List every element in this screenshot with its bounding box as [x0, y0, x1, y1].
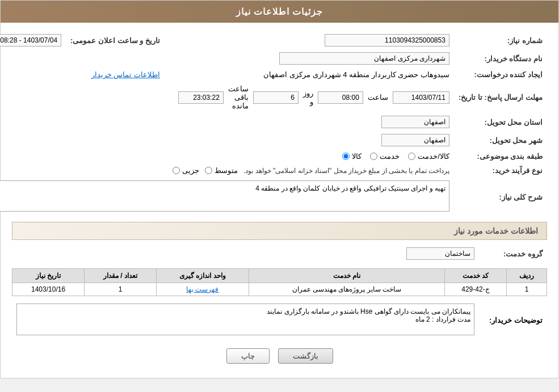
group-input[interactable]: [406, 247, 474, 260]
description-textarea[interactable]: [0, 180, 449, 212]
cell-quantity: 1: [85, 283, 157, 296]
buyer-org-input[interactable]: [279, 52, 449, 65]
process-cell: پرداخت تمام یا بخشی از مبلغ خریداز محل "…: [0, 163, 454, 178]
unit-link[interactable]: فهرست بها: [186, 285, 218, 293]
notes-label: توضیحات خریدار:: [479, 301, 547, 340]
motavaset-label: متوسط: [215, 166, 238, 175]
notes-table: توضیحات خریدار:: [12, 301, 547, 340]
services-section-title: اطلاعات خدمات مورد نیاز: [12, 222, 547, 240]
cell-code: ج-42-429: [444, 283, 506, 296]
cell-unit: فهرست بها: [157, 283, 249, 296]
col-name: نام خدمت: [249, 269, 444, 283]
col-index: ردیف: [507, 269, 547, 283]
button-row: بازگشت چاپ: [12, 348, 547, 364]
buyer-org-cell: [0, 49, 454, 68]
info-table: شماره نیاز: تاریخ و ساعت اعلان عمومی: نا…: [0, 31, 547, 216]
page-title: جزئیات اطلاعات نیاز: [236, 7, 323, 16]
print-button[interactable]: چاپ: [226, 348, 270, 364]
row-creator: ایجاد کننده درخواست: سیدوهاب حضری کاربرد…: [0, 68, 547, 82]
radio-motavaset-input[interactable]: [205, 167, 212, 174]
creator-value: سیدوهاب حضری کاربردار منطقه 4 شهرداری مر…: [263, 70, 449, 79]
city-label: شهر محل تحویل:: [454, 131, 547, 149]
deadline-label: مهلت ارسال پاسخ: تا تاریخ:: [454, 82, 547, 113]
need-number-label: شماره نیاز:: [454, 31, 547, 49]
process-label: نوع فرآیند خرید:: [454, 163, 547, 178]
row-process: نوع فرآیند خرید: پرداخت تمام یا بخشی از …: [0, 163, 547, 178]
contact-link[interactable]: اطلاعات تماس خریدار: [91, 70, 160, 79]
row-description: شرح کلی نیاز:: [0, 178, 547, 216]
radio-kala-khedmat[interactable]: کالا/خدمت: [408, 152, 449, 161]
row-buyer-org: نام دستگاه خریدار:: [0, 49, 547, 68]
radio-khedmat-input[interactable]: [370, 153, 377, 160]
kala-label: کالا: [352, 152, 362, 161]
service-group-table: گروه خدمت:: [12, 245, 547, 263]
creator-cell: سیدوهاب حضری کاربردار منطقه 4 شهرداری مر…: [165, 68, 454, 82]
page-wrapper: جزئیات اطلاعات نیاز شماره نیاز: تاریخ و …: [0, 0, 559, 378]
row-city: شهر محل تحویل:: [0, 131, 547, 149]
page-header: جزئیات اطلاعات نیاز: [1, 1, 558, 23]
cell-date: 1403/10/16: [12, 283, 85, 296]
group-cell: [12, 245, 479, 263]
services-table-body: 1 ج-42-429 ساخت سایر پروژه‌های مهندسی عم…: [12, 283, 547, 296]
notes-cell: [12, 301, 479, 340]
process-note: پرداخت تمام یا بخشی از مبلغ خریداز محل "…: [243, 167, 449, 175]
deadline-cell: ساعت روز و ساعت باقی مانده: [174, 82, 454, 113]
khedmat-label: خدمت: [380, 152, 400, 161]
radio-motavaset[interactable]: متوسط: [205, 166, 238, 175]
province-cell: [0, 113, 454, 131]
need-number-cell: [174, 31, 454, 49]
cell-index: 1: [507, 283, 547, 296]
category-cell: کالا/خدمت خدمت کالا: [0, 149, 454, 163]
deadline-date-input[interactable]: [393, 91, 449, 104]
province-input[interactable]: [381, 116, 449, 128]
deadline-time-input[interactable]: [318, 91, 363, 104]
cell-name: ساخت سایر پروژه‌های مهندسی عمران: [249, 283, 444, 296]
city-cell: [0, 131, 454, 149]
row-deadline: مهلت ارسال پاسخ: تا تاریخ: ساعت روز و سا…: [0, 82, 547, 113]
col-date: تاریخ نیاز: [12, 269, 85, 283]
announce-date-cell: [0, 31, 66, 49]
radio-kala[interactable]: کالا: [342, 152, 362, 161]
announce-date-label: تاریخ و ساعت اعلان عمومی:: [66, 31, 165, 49]
need-number-input[interactable]: [325, 34, 449, 47]
services-header-row: ردیف کد خدمت نام خدمت واحد اندازه گیری ت…: [12, 269, 547, 283]
row-service-group: گروه خدمت:: [12, 245, 547, 263]
buyer-org-label: نام دستگاه خریدار:: [454, 49, 547, 68]
announce-date-input[interactable]: [0, 34, 61, 47]
remaining-input[interactable]: [178, 91, 224, 104]
days-input[interactable]: [253, 91, 299, 104]
city-input[interactable]: [381, 134, 449, 146]
description-label: شرح کلی نیاز:: [454, 178, 547, 216]
radio-jozi-input[interactable]: [173, 167, 180, 174]
group-label: گروه خدمت:: [479, 245, 547, 263]
services-table: ردیف کد خدمت نام خدمت واحد اندازه گیری ت…: [12, 268, 547, 296]
days-label: روز و: [303, 89, 313, 106]
kala-khedmat-label: کالا/خدمت: [418, 152, 449, 161]
province-label: استان محل تحویل:: [454, 113, 547, 131]
radio-khedmat[interactable]: خدمت: [370, 152, 400, 161]
jozi-label: جزیی: [182, 166, 199, 175]
category-label: طبقه بندی موضوعی:: [454, 149, 547, 163]
radio-jozi[interactable]: جزیی: [173, 166, 199, 175]
col-unit: واحد اندازه گیری: [157, 269, 249, 283]
row-need-number: شماره نیاز: تاریخ و ساعت اعلان عمومی:: [0, 31, 547, 49]
col-quantity: تعداد / مقدار: [85, 269, 157, 283]
back-button[interactable]: بازگشت: [278, 348, 333, 364]
row-notes: توضیحات خریدار:: [12, 301, 547, 340]
description-cell: [0, 178, 454, 216]
main-content: شماره نیاز: تاریخ و ساعت اعلان عمومی: نا…: [1, 23, 558, 378]
notes-textarea[interactable]: [16, 304, 474, 335]
table-row: 1 ج-42-429 ساخت سایر پروژه‌های مهندسی عم…: [12, 283, 547, 296]
row-category: طبقه بندی موضوعی: کالا/خدمت خدمت کالا: [0, 149, 547, 163]
row-province: استان محل تحویل:: [0, 113, 547, 131]
col-code: کد خدمت: [444, 269, 506, 283]
remaining-label: ساعت باقی مانده: [228, 85, 249, 110]
services-table-head: ردیف کد خدمت نام خدمت واحد اندازه گیری ت…: [12, 269, 547, 283]
radio-kala-khedmat-input[interactable]: [408, 153, 415, 160]
creator-label: ایجاد کننده درخواست:: [454, 68, 547, 82]
deadline-time-label: ساعت: [368, 93, 388, 102]
radio-kala-input[interactable]: [342, 153, 350, 160]
